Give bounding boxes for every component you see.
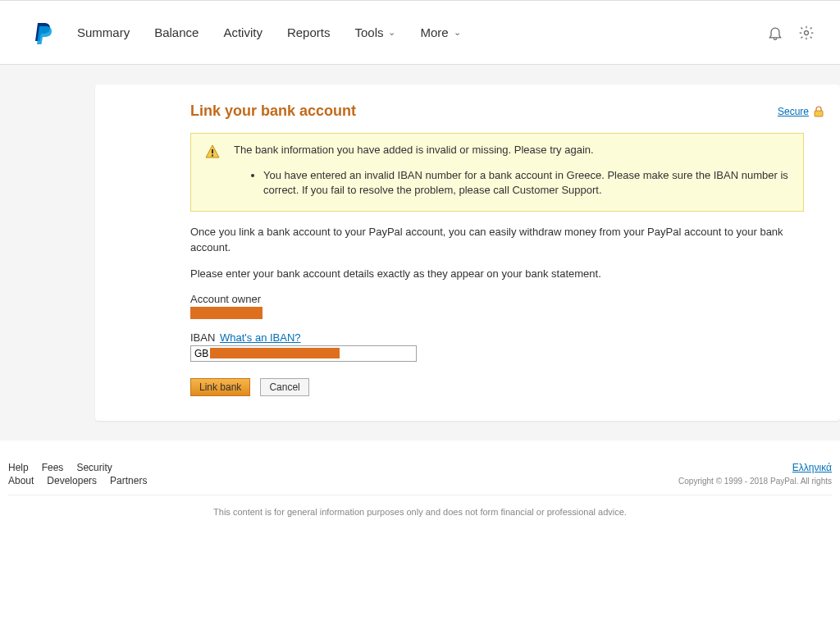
nav-tools[interactable]: Tools⌄ [354, 25, 395, 39]
page-title: Link your bank account [190, 103, 356, 120]
copyright: Copyright © 1999 - 2018 PayPal. All righ… [678, 477, 832, 486]
footer-about[interactable]: About [8, 475, 34, 486]
footer-help[interactable]: Help [8, 462, 29, 473]
nav-tools-label: Tools [354, 25, 383, 39]
whats-iban-link[interactable]: What's an IBAN? [220, 331, 301, 344]
chevron-down-icon: ⌄ [454, 27, 461, 38]
alert-list-item: You have entered an invalid IBAN number … [263, 168, 790, 198]
secure-link[interactable]: Secure [778, 106, 809, 117]
nav-summary[interactable]: Summary [77, 25, 130, 39]
lock-icon [814, 106, 824, 117]
gear-icon[interactable] [797, 24, 815, 42]
svg-point-0 [805, 30, 809, 34]
iban-label: IBAN [190, 331, 215, 344]
nav-balance[interactable]: Balance [154, 25, 199, 39]
disclaimer: This content is for general information … [8, 507, 832, 517]
cancel-button[interactable]: Cancel [260, 378, 308, 396]
footer-fees[interactable]: Fees [42, 462, 64, 473]
svg-rect-3 [212, 155, 213, 157]
error-alert: The bank information you have added is i… [190, 133, 804, 212]
bell-icon[interactable] [766, 24, 784, 42]
nav-more-label: More [420, 25, 448, 39]
account-owner-value-redacted [190, 307, 262, 319]
footer-security[interactable]: Security [76, 462, 112, 473]
chevron-down-icon: ⌄ [388, 27, 395, 38]
locale-link[interactable]: Ελληνικά [792, 462, 832, 473]
link-bank-button[interactable]: Link bank [190, 378, 250, 396]
paypal-logo[interactable] [33, 21, 52, 44]
alert-heading: The bank information you have added is i… [234, 144, 594, 156]
iban-value-redacted [210, 348, 340, 358]
warning-icon [204, 144, 221, 160]
nav-reports[interactable]: Reports [287, 25, 331, 39]
footer-partners[interactable]: Partners [110, 475, 147, 486]
description-1: Once you link a bank account to your Pay… [190, 225, 824, 254]
svg-rect-1 [815, 111, 823, 116]
account-owner-label: Account owner [190, 293, 824, 305]
nav-activity[interactable]: Activity [223, 25, 262, 39]
description-2: Please enter your bank account details e… [190, 267, 824, 281]
footer-developers[interactable]: Developers [47, 475, 97, 486]
nav-more[interactable]: More⌄ [420, 25, 460, 39]
svg-rect-2 [212, 149, 213, 153]
